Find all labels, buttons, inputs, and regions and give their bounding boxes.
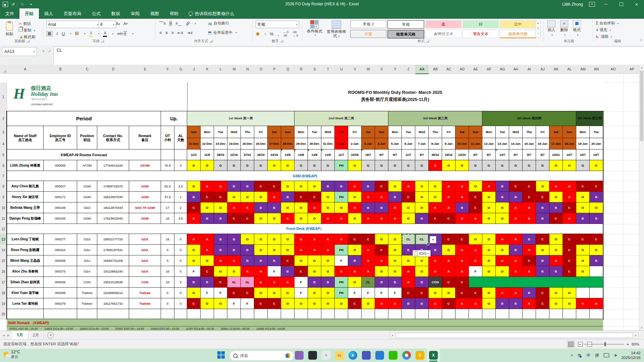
column-header-AF[interactable]: AF <box>482 65 496 74</box>
shift-cell[interactable]: C <box>402 192 415 202</box>
shift-cell[interactable]: O <box>214 298 227 309</box>
shift-cell[interactable]: A <box>509 202 523 213</box>
shift-cell[interactable]: O <box>496 213 509 224</box>
shift-cell[interactable]: C <box>455 277 469 288</box>
shift-cell[interactable]: G <box>523 160 536 171</box>
style-explanatory[interactable]: 解释性文本 <box>425 30 462 38</box>
shift-cell[interactable]: A <box>335 266 348 277</box>
shift-cell[interactable]: A <box>442 266 455 277</box>
style-good[interactable]: 好 <box>463 20 499 28</box>
ribbon-tab-开始[interactable]: 开始 <box>19 8 39 19</box>
insert-cells-button[interactable]: 插入▾ <box>547 20 555 37</box>
date-cell-3-Jan[interactable]: 3-Jan <box>362 138 375 149</box>
forecast-cell[interactable]: 22/16 <box>227 149 241 160</box>
shift-cell[interactable]: O <box>268 213 281 224</box>
row-header-14[interactable]: 14 <box>0 245 7 256</box>
shift-cell[interactable]: A <box>402 181 415 192</box>
style-normal2[interactable]: 常规 2 <box>350 20 386 28</box>
forecast-cell[interactable]: 9/7 <box>415 149 429 160</box>
shift-cell[interactable]: B <box>254 255 268 266</box>
row-header-2[interactable]: 2 <box>0 111 7 126</box>
fill-color-button[interactable]: ◊ <box>89 30 93 37</box>
shift-cell[interactable]: B <box>509 245 523 255</box>
shift-cell[interactable]: C <box>201 192 214 202</box>
blank-cell[interactable] <box>254 309 268 319</box>
phonetic-button[interactable]: wén文 <box>117 31 127 37</box>
forecast-cell[interactable]: 10/7 <box>590 149 603 160</box>
shift-cell[interactable]: A <box>576 298 590 309</box>
style-check-cell[interactable]: 检查单元格 <box>387 30 424 39</box>
zoom-slider[interactable] <box>584 344 624 345</box>
cancel-entry-icon[interactable]: × <box>42 49 45 54</box>
column-header-AH[interactable]: AH <box>509 65 523 74</box>
blank-cell[interactable] <box>576 309 590 319</box>
shift-cell[interactable]: B <box>455 202 469 213</box>
shift-cell[interactable]: F <box>335 255 348 266</box>
day-cell-Mon[interactable]: Mon <box>576 126 590 138</box>
column-header-AB[interactable]: AB <box>429 65 442 74</box>
style-warning[interactable]: 警告文本 <box>463 30 499 38</box>
shift-cell[interactable]: A <box>281 213 294 224</box>
staff-position[interactable]: Trainee <box>77 298 97 309</box>
column-header-W[interactable]: W <box>362 65 375 74</box>
staff-contact[interactable]: 18212873443 <box>97 202 129 213</box>
shift-cell[interactable]: B <box>321 277 335 288</box>
shift-cell[interactable]: B <box>590 192 603 202</box>
shift-cell[interactable]: O <box>455 160 469 171</box>
shift-cell[interactable]: A <box>227 202 241 213</box>
shift-cell[interactable]: O <box>348 245 362 255</box>
shift-cell[interactable]: O <box>442 288 455 298</box>
shift-cell[interactable]: A <box>308 202 321 213</box>
row-header-3[interactable]: 3 <box>0 126 7 138</box>
shift-cell[interactable]: F <box>214 288 227 298</box>
forecast-cell[interactable]: 11/7 <box>402 149 415 160</box>
forecast-cell[interactable]: 24/19 <box>268 149 281 160</box>
shift-cell[interactable]: O <box>321 288 335 298</box>
shift-cell[interactable]: C <box>201 266 214 277</box>
staff-ot[interactable]: 16 <box>161 234 174 245</box>
shift-cell[interactable]: O <box>308 181 321 192</box>
shift-cell[interactable]: G <box>362 160 375 171</box>
scroll-left-icon[interactable]: ◂ <box>390 333 395 338</box>
shift-cell[interactable] <box>590 288 603 298</box>
taskbar-app-media-app[interactable] <box>292 349 306 362</box>
day-cell-Wed[interactable]: Wed <box>415 126 429 138</box>
staff-remark[interactable]: GSS TF GSM <box>129 202 161 213</box>
shift-cell[interactable]: A <box>429 160 442 171</box>
gallery-scroll[interactable]: ▲▼≡ <box>535 20 541 38</box>
shift-cell[interactable]: B <box>214 234 227 245</box>
shift-cell[interactable]: C <box>590 234 603 245</box>
shift-cell[interactable]: A <box>335 213 348 224</box>
staff-id[interactable]: 000308 <box>44 255 77 266</box>
shift-cell[interactable]: C <box>563 255 576 266</box>
date-cell-9-Jan[interactable]: 9-Jan <box>442 138 455 149</box>
shift-cell[interactable]: B <box>509 192 523 202</box>
shift-cell[interactable]: O <box>442 160 455 171</box>
shift-cell[interactable]: A <box>496 288 509 298</box>
column-header-U[interactable]: U <box>335 65 348 74</box>
staff-al[interactable]: 2 <box>174 277 187 288</box>
blank-cell[interactable] <box>174 309 187 319</box>
day-cell-Wed[interactable]: Wed <box>321 126 335 138</box>
number-dialog-launcher[interactable] <box>280 40 283 43</box>
shift-cell[interactable]: A <box>455 245 469 255</box>
shift-cell[interactable]: A <box>523 266 536 277</box>
shift-cell[interactable]: O <box>254 192 268 202</box>
shift-cell[interactable]: O <box>388 181 402 192</box>
date-cell-23-Dec[interactable]: 23-Dec <box>214 138 227 149</box>
tell-me-box[interactable]: 告诉我你想要做什么 <box>184 11 239 17</box>
shift-cell[interactable]: O <box>348 213 362 224</box>
shift-cell[interactable]: C <box>523 192 536 202</box>
shift-cell[interactable]: PH <box>335 277 348 288</box>
date-cell-21-Dec[interactable]: 21-Dec <box>187 138 201 149</box>
shift-cell[interactable]: A <box>469 213 482 224</box>
merged-leave-block[interactable] <box>469 277 603 288</box>
shift-cell[interactable]: CL <box>362 277 375 288</box>
blank-cell[interactable] <box>227 309 241 319</box>
shift-cell[interactable]: A <box>254 277 268 288</box>
row-header-11[interactable]: 11 <box>0 213 7 224</box>
blank-cell[interactable] <box>268 309 281 319</box>
save-icon[interactable] <box>3 2 8 7</box>
shift-cell[interactable]: O <box>321 255 335 266</box>
shift-cell[interactable]: C <box>563 202 576 213</box>
